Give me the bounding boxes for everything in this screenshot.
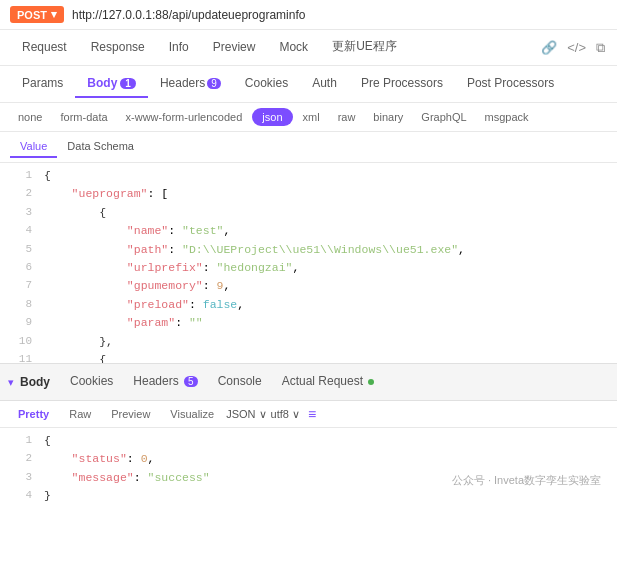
- bottom-content-1: {: [44, 432, 609, 450]
- nav-tab-request[interactable]: Request: [10, 32, 79, 64]
- code-line-11: 11 {: [0, 351, 617, 363]
- code-line-5: 5 "path": "D:\\UEProject\\ue51\\Windows\…: [0, 241, 617, 259]
- line-num-5: 5: [8, 241, 32, 259]
- bfmt-pretty[interactable]: Pretty: [10, 405, 57, 423]
- resp-tab-headers[interactable]: Headers 5: [123, 368, 207, 396]
- nav-tabs: Request Response Info Preview Mock 更新UE程…: [0, 30, 617, 66]
- fmt-binary[interactable]: binary: [365, 108, 411, 126]
- line-num-1: 1: [8, 167, 32, 185]
- bottom-line-num-1: 1: [8, 432, 32, 450]
- code-content-3: {: [44, 204, 609, 222]
- code-content-7: "gpumemory": 9,: [44, 277, 609, 295]
- json-select[interactable]: JSON ∨: [226, 408, 266, 421]
- tab-pre-processors[interactable]: Pre Processors: [349, 70, 455, 98]
- schema-tab-data-schema[interactable]: Data Schema: [57, 136, 144, 158]
- bottom-fmt-tabs: Pretty Raw Preview Visualize JSON ∨ utf8…: [0, 401, 617, 428]
- tab-body[interactable]: Body1: [75, 70, 148, 98]
- tab-post-processors[interactable]: Post Processors: [455, 70, 566, 98]
- bfmt-visualize[interactable]: Visualize: [162, 405, 222, 423]
- bottom-line-num-3: 3: [8, 469, 32, 487]
- line-num-3: 3: [8, 204, 32, 222]
- code-line-2: 2 "ueprogram": [: [0, 185, 617, 203]
- code-content-4: "name": "test",: [44, 222, 609, 240]
- tab-auth[interactable]: Auth: [300, 70, 349, 98]
- resp-headers-badge: 5: [184, 376, 198, 387]
- schema-tabs: Value Data Schema: [0, 132, 617, 163]
- watermark: 公众号 · Inveta数字孪生实验室: [446, 471, 607, 490]
- enc-select[interactable]: utf8 ∨: [271, 408, 300, 421]
- tab-cookies[interactable]: Cookies: [233, 70, 300, 98]
- code-line-9: 9 "param": "": [0, 314, 617, 332]
- schema-tab-value[interactable]: Value: [10, 136, 57, 158]
- url-bar: POST ▾: [0, 0, 617, 30]
- divider-arrow-icon[interactable]: ▾: [8, 376, 14, 389]
- bottom-content-2: "status": 0,: [44, 450, 609, 468]
- app-container: POST ▾ Request Response Info Preview Moc…: [0, 0, 617, 510]
- fmt-msgpack[interactable]: msgpack: [477, 108, 537, 126]
- bfmt-raw[interactable]: Raw: [61, 405, 99, 423]
- bottom-line-1: 1 {: [0, 432, 617, 450]
- bottom-line-num-2: 2: [8, 450, 32, 468]
- fmt-xml[interactable]: xml: [295, 108, 328, 126]
- method-badge[interactable]: POST ▾: [10, 6, 64, 23]
- fmt-none[interactable]: none: [10, 108, 50, 126]
- code-line-4: 4 "name": "test",: [0, 222, 617, 240]
- nav-tab-info[interactable]: Info: [157, 32, 201, 64]
- code-content-1: {: [44, 167, 609, 185]
- line-num-2: 2: [8, 185, 32, 203]
- fmt-raw[interactable]: raw: [330, 108, 364, 126]
- nav-tab-custom[interactable]: 更新UE程序: [320, 30, 409, 65]
- code-area: 1 { 2 "ueprogram": [ 3 { 4 "name": "test…: [0, 163, 617, 363]
- fmt-form-data[interactable]: form-data: [52, 108, 115, 126]
- nav-tab-preview[interactable]: Preview: [201, 32, 268, 64]
- bfmt-preview[interactable]: Preview: [103, 405, 158, 423]
- link-icon[interactable]: 🔗: [539, 38, 559, 57]
- filter-icon[interactable]: ≡: [308, 406, 316, 422]
- line-num-6: 6: [8, 259, 32, 277]
- resp-tab-cookies[interactable]: Cookies: [60, 368, 123, 396]
- resp-tab-console[interactable]: Console: [208, 368, 272, 396]
- tab-headers[interactable]: Headers9: [148, 70, 233, 98]
- fmt-graphql[interactable]: GraphQL: [413, 108, 474, 126]
- nav-tab-response[interactable]: Response: [79, 32, 157, 64]
- line-num-9: 9: [8, 314, 32, 332]
- nav-tab-mock[interactable]: Mock: [267, 32, 320, 64]
- headers-badge: 9: [207, 78, 221, 89]
- code-content-9: "param": "": [44, 314, 609, 332]
- line-num-4: 4: [8, 222, 32, 240]
- fmt-urlencoded[interactable]: x-www-form-urlencoded: [118, 108, 251, 126]
- code-line-10: 10 },: [0, 333, 617, 351]
- method-label: POST: [17, 9, 47, 21]
- line-num-11: 11: [8, 351, 32, 363]
- code-line-7: 7 "gpumemory": 9,: [0, 277, 617, 295]
- code-content-2: "ueprogram": [: [44, 185, 609, 203]
- resp-tab-actual[interactable]: Actual Request: [272, 368, 385, 396]
- code-content-6: "urlprefix": "hedongzai",: [44, 259, 609, 277]
- copy-icon[interactable]: ⧉: [594, 38, 607, 58]
- fmt-json[interactable]: json: [252, 108, 292, 126]
- divider-body-label: Body: [20, 375, 50, 389]
- nav-tab-icons: 🔗 </> ⧉: [539, 38, 607, 58]
- bottom-line-num-4: 4: [8, 487, 32, 505]
- panel-divider: ▾ Body Cookies Headers 5 Console Actual …: [0, 363, 617, 401]
- body-tabs: Params Body1 Headers9 Cookies Auth Pre P…: [0, 66, 617, 103]
- code-content-11: {: [44, 351, 609, 363]
- tab-params[interactable]: Params: [10, 70, 75, 98]
- code-content-5: "path": "D:\\UEProject\\ue51\\Windows\\u…: [44, 241, 609, 259]
- actual-request-dot: [368, 379, 374, 385]
- bottom-content-4: }: [44, 487, 609, 505]
- code-line-1: 1 {: [0, 167, 617, 185]
- line-num-8: 8: [8, 296, 32, 314]
- response-tabs: Cookies Headers 5 Console Actual Request: [60, 368, 384, 396]
- url-input[interactable]: [72, 8, 607, 22]
- line-num-10: 10: [8, 333, 32, 351]
- code-line-3: 3 {: [0, 204, 617, 222]
- bottom-line-4: 4 }: [0, 487, 617, 505]
- code-content-8: "preload": false,: [44, 296, 609, 314]
- bottom-line-2: 2 "status": 0,: [0, 450, 617, 468]
- line-num-7: 7: [8, 277, 32, 295]
- method-chevron: ▾: [51, 8, 57, 21]
- format-tabs: none form-data x-www-form-urlencoded jso…: [0, 103, 617, 132]
- code-line-6: 6 "urlprefix": "hedongzai",: [0, 259, 617, 277]
- code-icon[interactable]: </>: [565, 38, 588, 57]
